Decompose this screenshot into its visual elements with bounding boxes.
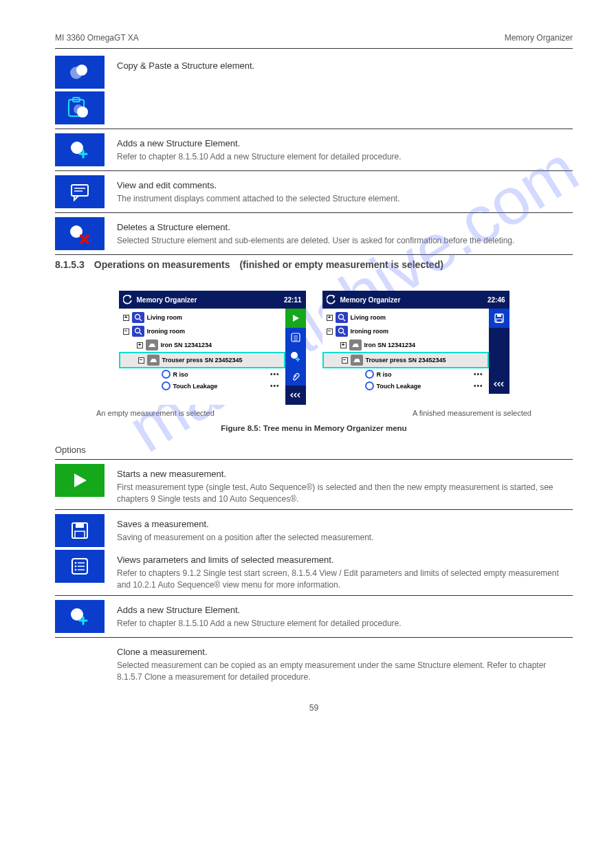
op-start-measurement: Starts a new measurement. First measurem…: [55, 464, 573, 505]
svg-rect-28: [76, 523, 84, 528]
op-text: Starts a new measurement.: [117, 468, 573, 480]
params-icon: [55, 550, 105, 583]
tree-iron[interactable]: + Iron SN 12341234: [119, 338, 285, 352]
op-add-structure-2: Adds a new Structure Element. Refer to c…: [55, 600, 573, 633]
play-icon: [55, 464, 105, 497]
expander-icon[interactable]: −: [327, 329, 333, 335]
svg-line-23: [343, 333, 345, 335]
tree-label: Touch Leakage: [173, 383, 218, 390]
location-icon: [132, 312, 144, 323]
svg-point-20: [338, 315, 343, 320]
divider: [55, 595, 573, 596]
tree-ironing[interactable]: − Ironing room: [119, 324, 285, 338]
collapse-button[interactable]: [489, 375, 509, 394]
expander-icon[interactable]: +: [123, 315, 129, 321]
op-text: Deletes a Structure element.: [117, 221, 573, 234]
tree-ironing[interactable]: − Ironing room: [322, 324, 489, 338]
add-button[interactable]: [285, 347, 306, 366]
screenshot-captions: An empty measurement is selected A finis…: [96, 409, 531, 417]
tree-label: R iso: [173, 371, 188, 378]
figure-caption: Figure 8.5: Tree menu in Memory Organize…: [55, 424, 573, 432]
divider: [55, 129, 573, 129]
divider: [55, 637, 573, 638]
location-icon: [132, 326, 144, 337]
expander-icon[interactable]: +: [327, 315, 333, 321]
svg-point-37: [71, 608, 83, 621]
empty-measure-icon: [365, 370, 374, 379]
section-heading: 8.1.5.3 Operations on measurements (fini…: [55, 259, 573, 270]
more-icon[interactable]: •••: [474, 370, 486, 378]
tree-trouser-selected[interactable]: − Trouser press SN 23452345: [119, 352, 285, 368]
svg-point-19: [291, 352, 298, 359]
more-icon[interactable]: •••: [270, 382, 283, 390]
add-structure-icon: [55, 600, 105, 633]
svg-point-6: [71, 142, 83, 154]
save-button[interactable]: [489, 309, 509, 328]
op-text: Adds a new Structure Element.: [117, 137, 573, 150]
op-sub: Saving of measurement on a position afte…: [117, 532, 573, 544]
svg-line-12: [140, 319, 142, 321]
more-icon[interactable]: •••: [270, 370, 283, 378]
back-icon: [327, 295, 336, 304]
expander-icon[interactable]: −: [342, 357, 348, 364]
comment-icon: [55, 175, 105, 208]
op-comment: View and edit comments. The instrument d…: [55, 175, 573, 208]
tree-label: Living room: [351, 314, 386, 321]
tree-touch[interactable]: Touch Leakage •••: [119, 380, 285, 392]
svg-rect-7: [72, 185, 88, 196]
svg-point-1: [76, 65, 87, 76]
divider: [55, 212, 573, 213]
svg-line-14: [140, 333, 142, 335]
op-sub: Selected measurement can be copied as an…: [117, 660, 573, 683]
tree-label: Ironing room: [351, 328, 389, 335]
panel-time: 22:46: [487, 296, 505, 304]
tree-label: Trouser press SN 23452345: [162, 357, 243, 364]
expander-icon[interactable]: +: [137, 342, 143, 348]
op-text: Views parameters and limits of selected …: [117, 554, 573, 566]
tree-riso[interactable]: R iso •••: [119, 368, 285, 380]
tree-label: Touch Leakage: [377, 383, 421, 390]
op-text: Saves a measurement.: [117, 518, 573, 531]
location-icon: [336, 312, 348, 323]
appliance-icon: [349, 340, 362, 350]
svg-rect-25: [497, 314, 501, 317]
play-button[interactable]: [285, 309, 306, 328]
back-icon: [123, 295, 133, 304]
more-icon[interactable]: •••: [474, 382, 486, 390]
tree-iron[interactable]: + Iron SN 12341234: [322, 338, 489, 352]
op-copy-paste: Copy & Paste a Structure element.: [55, 56, 573, 124]
attach-button[interactable]: [285, 366, 306, 386]
svg-rect-29: [75, 531, 85, 538]
collapse-button[interactable]: [285, 386, 306, 405]
tree-label: Ironing room: [147, 328, 186, 335]
empty-measure-icon: [162, 381, 171, 390]
params-button[interactable]: [285, 328, 306, 347]
delete-structure-icon: [55, 217, 105, 250]
expander-icon[interactable]: +: [340, 342, 347, 348]
tree-living[interactable]: + Living room: [322, 311, 489, 324]
divider: [55, 459, 573, 460]
svg-rect-26: [496, 319, 502, 322]
expander-icon[interactable]: −: [123, 329, 129, 335]
empty-measure-icon: [162, 370, 171, 379]
tree-riso[interactable]: R iso •••: [322, 368, 489, 380]
op-view-params: Views parameters and limits of selected …: [55, 550, 573, 591]
appliance-icon: [351, 355, 363, 366]
op-text: Clone a measurement.: [117, 646, 573, 658]
tree-label: R iso: [377, 371, 392, 378]
op-sub: The instrument displays comment attached…: [117, 193, 573, 205]
panel-title: Memory Organizer: [340, 296, 401, 304]
empty-measure-icon: [365, 381, 374, 390]
expander-icon[interactable]: −: [138, 357, 144, 364]
page-number: 59: [55, 703, 573, 713]
copy-paste-icon: [55, 56, 105, 89]
tree-living[interactable]: + Living room: [119, 311, 285, 324]
svg-point-33: [75, 565, 77, 567]
tree-trouser-selected[interactable]: − Trouser press SN 23452345: [322, 352, 489, 368]
tree-touch[interactable]: Touch Leakage •••: [322, 380, 489, 392]
page-header: MI 3360 OmegaGT XA Memory Organizer: [55, 33, 573, 43]
panel-title: Memory Organizer: [137, 296, 197, 304]
tree-label: Iron SN 12341234: [364, 342, 416, 348]
svg-point-11: [135, 315, 140, 320]
op-sub: Refer to chapter 8.1.5.10 Add a new Stru…: [117, 618, 573, 630]
